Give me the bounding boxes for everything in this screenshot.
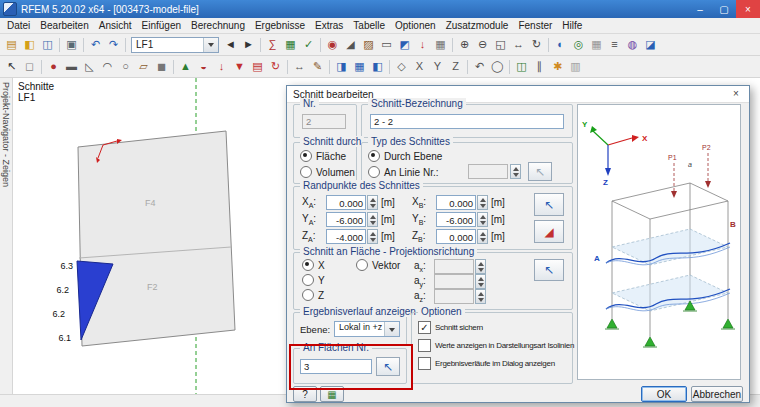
radio-flaeche[interactable]: Fläche bbox=[300, 150, 346, 162]
insert-surface-icon[interactable]: ▱ bbox=[135, 58, 152, 75]
zoom-in-icon[interactable]: ⊕ bbox=[456, 36, 473, 53]
flaechen-nr-input[interactable]: 3 bbox=[300, 359, 372, 374]
comment-icon[interactable]: ✎ bbox=[309, 58, 326, 75]
navigator-tab-strip[interactable]: Projekt-Navigator - Zeigen bbox=[0, 78, 13, 395]
xa-spinner[interactable] bbox=[367, 195, 378, 210]
load-case-combobox[interactable]: LF1 bbox=[131, 37, 219, 53]
yb-spinner[interactable] bbox=[477, 212, 488, 227]
radio-proj-y[interactable]: Y bbox=[302, 274, 325, 286]
print-icon[interactable]: ▣ bbox=[63, 36, 80, 53]
pick-surface-button[interactable]: ↖ bbox=[376, 357, 400, 376]
arc-icon[interactable]: ◠ bbox=[99, 58, 116, 75]
dialog-close-icon[interactable]: × bbox=[723, 86, 749, 101]
opening-icon[interactable]: ▭ bbox=[378, 36, 395, 53]
next-load-case-icon[interactable]: ► bbox=[240, 36, 257, 53]
prev-load-case-icon[interactable]: ◄ bbox=[222, 36, 239, 53]
area-load-icon[interactable]: ▤ bbox=[249, 58, 266, 75]
ya-spinner[interactable] bbox=[367, 212, 378, 227]
node-icon[interactable]: ◉ bbox=[324, 36, 341, 53]
xb-input[interactable]: 0.000 bbox=[436, 195, 476, 210]
menu-item[interactable]: Optionen bbox=[390, 19, 441, 32]
help-button[interactable]: ? bbox=[293, 386, 317, 402]
numbering-icon[interactable]: ◎ bbox=[570, 36, 587, 53]
display-grid-icon[interactable]: ▦ bbox=[588, 36, 605, 53]
tables-icon[interactable]: ▦ bbox=[351, 58, 368, 75]
menu-item[interactable]: Hilfe bbox=[557, 19, 587, 32]
circle-icon[interactable]: ○ bbox=[117, 58, 134, 75]
view-y-icon[interactable]: Y bbox=[429, 58, 446, 75]
layers-icon[interactable]: ≡ bbox=[606, 36, 623, 53]
menu-item[interactable]: Extras bbox=[310, 19, 348, 32]
zb-spinner[interactable] bbox=[477, 229, 488, 244]
moment-load-icon[interactable]: ↻ bbox=[267, 58, 284, 75]
checkbox-ergebnisverlaeufe-dialog[interactable]: ✓ Ergebnisverläufe im Dialog anzeigen bbox=[418, 357, 555, 370]
ebene-dropdown[interactable]: Lokal in +z bbox=[334, 321, 400, 337]
yb-input[interactable]: -6.000 bbox=[436, 212, 476, 227]
save-icon[interactable]: ◫ bbox=[39, 36, 56, 53]
zoom-out-icon[interactable]: ⊖ bbox=[474, 36, 491, 53]
full-view-icon[interactable]: ◯ bbox=[489, 58, 506, 75]
open-icon[interactable]: ◧ bbox=[21, 36, 38, 53]
model-view[interactable]: 6.3 6.2 6.2 6.1 F4 F2 bbox=[13, 78, 293, 395]
menu-item[interactable]: Ansicht bbox=[94, 19, 137, 32]
nodal-load-icon[interactable]: ↓ bbox=[213, 58, 230, 75]
new-icon[interactable]: ▤ bbox=[3, 36, 20, 53]
view-x-icon[interactable]: X bbox=[411, 58, 428, 75]
bezeichnung-input[interactable]: 2 - 2 bbox=[370, 114, 564, 129]
project-navigator-icon[interactable]: ◨ bbox=[333, 58, 350, 75]
pick-direction-button[interactable]: ↖ bbox=[534, 259, 564, 281]
menu-item[interactable]: Ergebnisse bbox=[250, 19, 310, 32]
radio-durch-ebene[interactable]: Durch Ebene bbox=[368, 150, 442, 162]
load-icon[interactable]: ↓ bbox=[414, 36, 431, 53]
radio-proj-x[interactable]: X bbox=[302, 259, 325, 271]
checkbox-schnitt-sichern[interactable]: ✓ Schnitt sichern bbox=[418, 321, 483, 334]
menu-item[interactable]: Berechnung bbox=[186, 19, 250, 32]
background-color-icon[interactable]: ▥ bbox=[567, 58, 584, 75]
zb-input[interactable]: 0.000 bbox=[436, 229, 476, 244]
zoom-window-icon[interactable]: ◱ bbox=[492, 36, 509, 53]
insert-node-icon[interactable]: ● bbox=[45, 58, 62, 75]
check-icon[interactable]: ✓ bbox=[300, 36, 317, 53]
ya-input[interactable]: -6.000 bbox=[326, 212, 366, 227]
dimension-icon[interactable]: ↔ bbox=[291, 58, 308, 75]
redo-icon[interactable]: ↷ bbox=[105, 36, 122, 53]
radio-volumen[interactable]: Volumen bbox=[300, 166, 355, 178]
dialog-title-bar[interactable]: Schnitt bearbeiten × bbox=[287, 86, 749, 103]
previous-view-icon[interactable]: ↶ bbox=[471, 58, 488, 75]
minimize-button[interactable]: – bbox=[688, 0, 712, 18]
render-mode-icon[interactable]: ◐ bbox=[552, 36, 569, 53]
radio-vektor[interactable]: Vektor bbox=[356, 259, 400, 271]
close-button[interactable]: × bbox=[736, 0, 760, 18]
za-spinner[interactable] bbox=[367, 229, 378, 244]
za-input[interactable]: -4.000 bbox=[326, 229, 366, 244]
plate-surface[interactable] bbox=[78, 131, 235, 346]
pick-points-button[interactable]: ↖ bbox=[534, 193, 564, 216]
menu-item[interactable]: Zusatzmodule bbox=[441, 19, 514, 32]
clipping-icon[interactable]: ◪ bbox=[642, 36, 659, 53]
hinge-icon[interactable]: ◒ bbox=[195, 58, 212, 75]
view-z-icon[interactable]: Z bbox=[447, 58, 464, 75]
polyline-icon[interactable]: ◺ bbox=[81, 58, 98, 75]
visibility-icon[interactable]: ◍ bbox=[624, 36, 641, 53]
checkbox-werte-isolinien[interactable]: ✓ Werte anzeigen in Darstellungsart Isol… bbox=[418, 339, 574, 352]
radio-proj-z[interactable]: Z bbox=[302, 289, 324, 301]
mesh-icon[interactable]: ▦ bbox=[432, 36, 449, 53]
xb-spinner[interactable] bbox=[477, 195, 488, 210]
guidelines-icon[interactable]: ∥ bbox=[531, 58, 548, 75]
rotate-view-icon[interactable]: ↻ bbox=[528, 36, 545, 53]
ok-button[interactable]: OK bbox=[641, 386, 687, 402]
dropdown-arrow-icon[interactable] bbox=[203, 38, 218, 52]
menu-item[interactable]: Bearbeiten bbox=[35, 19, 93, 32]
menu-item[interactable]: Datei bbox=[2, 19, 35, 32]
select-icon[interactable]: ↖ bbox=[3, 58, 20, 75]
work-plane-icon[interactable]: ◫ bbox=[513, 58, 530, 75]
insert-line-icon[interactable]: ▬ bbox=[63, 58, 80, 75]
section-icon[interactable]: ◩ bbox=[396, 36, 413, 53]
deselect-icon[interactable]: ◻ bbox=[21, 58, 38, 75]
dropdown-arrow-icon[interactable] bbox=[384, 322, 399, 336]
undo-icon[interactable]: ↶ bbox=[87, 36, 104, 53]
support-icon[interactable]: ▲ bbox=[177, 58, 194, 75]
snap-icon[interactable]: ✱ bbox=[549, 58, 566, 75]
menu-item[interactable]: Einfügen bbox=[137, 19, 186, 32]
solid-icon[interactable]: ◼ bbox=[153, 58, 170, 75]
